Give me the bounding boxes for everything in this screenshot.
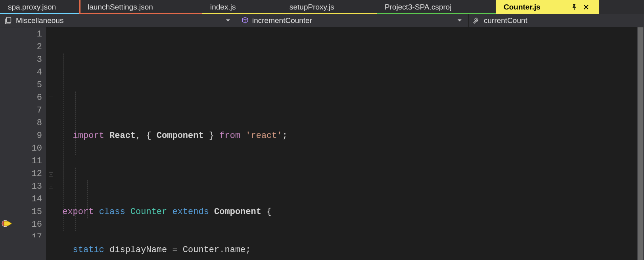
code-area[interactable]: import React, { Component } from 'react'… bbox=[56, 27, 644, 260]
line-number: 13 bbox=[16, 180, 42, 193]
line-number: 8 bbox=[16, 117, 42, 130]
scrollbar-thumb[interactable] bbox=[638, 27, 643, 260]
line-number: 17 bbox=[16, 231, 42, 237]
close-icon[interactable] bbox=[583, 4, 589, 10]
line-number: 2 bbox=[16, 41, 42, 54]
chevron-down-icon bbox=[457, 16, 464, 25]
code-line: export class Counter extends Component { bbox=[57, 206, 644, 218]
fold-column[interactable] bbox=[46, 27, 56, 260]
code-line: import React, { Component } from 'react'… bbox=[57, 130, 644, 142]
line-number: 10 bbox=[16, 142, 42, 155]
code-editor[interactable]: 1 2 3 4 5 6 7 8 9 10 11 12 13 14 15 16 1… bbox=[0, 27, 644, 260]
chevron-down-icon bbox=[226, 16, 233, 25]
tab-label: launchSettings.json bbox=[88, 3, 153, 11]
line-number-gutter[interactable]: 1 2 3 4 5 6 7 8 9 10 11 12 13 14 15 16 1… bbox=[16, 27, 46, 260]
line-number: 14 bbox=[16, 193, 42, 206]
tab-label: Counter.js bbox=[504, 3, 540, 11]
code-line bbox=[57, 168, 644, 180]
tab-launchsettings-json[interactable]: launchSettings.json bbox=[79, 0, 202, 14]
line-number: 3 bbox=[16, 54, 42, 66]
tab-label: index.js bbox=[210, 3, 236, 11]
fold-toggle-icon[interactable] bbox=[49, 58, 53, 62]
scope-label: Miscellaneous bbox=[16, 16, 63, 25]
fold-toggle-icon[interactable] bbox=[49, 185, 53, 189]
navigation-bar: Miscellaneous incrementCounter currentCo… bbox=[0, 14, 644, 27]
tab-counter-js[interactable]: Counter.js bbox=[496, 0, 599, 14]
line-number: 1 bbox=[16, 28, 42, 41]
fold-toggle-icon[interactable] bbox=[49, 172, 53, 176]
vertical-scrollbar[interactable] bbox=[637, 27, 644, 260]
tab-bar: spa.proxy.json launchSettings.json index… bbox=[0, 0, 644, 14]
tab-label: setupProxy.js bbox=[289, 3, 334, 11]
svg-rect-0 bbox=[6, 17, 11, 23]
tab-project3-spa-csproj[interactable]: Project3-SPA.csproj bbox=[377, 0, 496, 14]
line-number: 16 bbox=[16, 218, 42, 231]
scope-dropdown[interactable]: Miscellaneous bbox=[0, 14, 237, 27]
code-line: static displayName = Counter.name; bbox=[57, 244, 644, 256]
line-number: 7 bbox=[16, 104, 42, 117]
execution-pointer-icon bbox=[2, 219, 12, 227]
tab-label: Project3-SPA.csproj bbox=[385, 3, 452, 11]
files-icon bbox=[4, 16, 13, 25]
field-label: currentCount bbox=[484, 16, 527, 25]
line-number: 4 bbox=[16, 66, 42, 79]
method-cube-icon bbox=[241, 17, 249, 25]
line-number: 15 bbox=[16, 206, 42, 218]
line-number: 11 bbox=[16, 155, 42, 168]
line-number: 5 bbox=[16, 79, 42, 92]
member-label: incrementCounter bbox=[252, 16, 312, 25]
glyph-margin[interactable] bbox=[0, 27, 16, 260]
line-number: 6 bbox=[16, 92, 42, 104]
line-number: 9 bbox=[16, 130, 42, 142]
line-number: 12 bbox=[16, 168, 42, 180]
fold-toggle-icon[interactable] bbox=[49, 96, 53, 100]
pin-icon[interactable] bbox=[571, 4, 577, 10]
member-dropdown[interactable]: incrementCounter bbox=[237, 14, 469, 27]
wrench-icon bbox=[473, 17, 481, 25]
tab-label: spa.proxy.json bbox=[8, 3, 56, 11]
tab-index-js[interactable]: index.js bbox=[202, 0, 282, 14]
field-dropdown[interactable]: currentCount bbox=[469, 14, 644, 27]
tab-setupproxy-js[interactable]: setupProxy.js bbox=[282, 0, 377, 14]
tab-spa-proxy-json[interactable]: spa.proxy.json bbox=[0, 0, 79, 14]
